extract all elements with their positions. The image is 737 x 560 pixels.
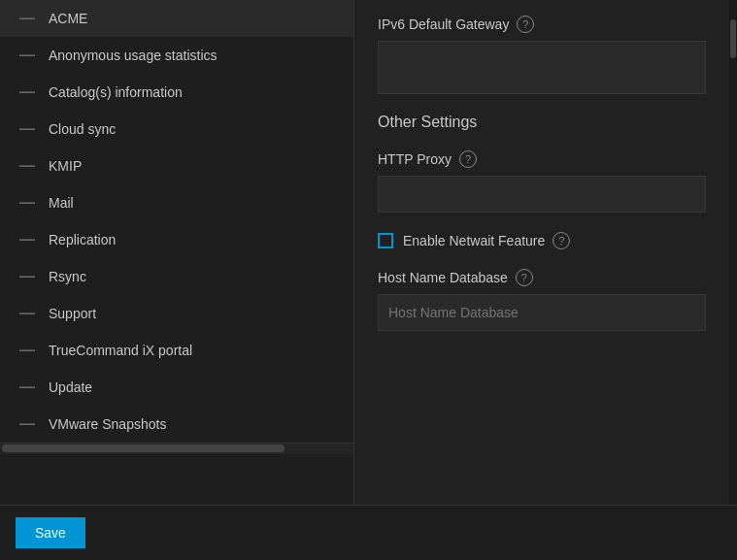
footer: Save [0, 505, 737, 560]
dash-icon: — [19, 83, 35, 101]
netwait-checkbox[interactable] [378, 233, 393, 248]
dash-icon: — [19, 120, 35, 138]
sidebar-item-support[interactable]: — Support [0, 295, 353, 332]
sidebar-item-label: VMware Snapshots [49, 416, 166, 432]
hostname-db-label: Host Name Database ? [378, 269, 706, 286]
sidebar: — ACME — Anonymous usage statistics — Ca… [0, 0, 354, 505]
sidebar-item-truecommand[interactable]: — TrueCommand iX portal [0, 332, 353, 369]
sidebar-scrollbar-thumb[interactable] [2, 445, 285, 452]
dash-icon: — [19, 157, 35, 175]
hostname-db-help-icon[interactable]: ? [516, 269, 533, 286]
hostname-db-input[interactable] [378, 294, 706, 331]
save-button[interactable]: Save [16, 517, 85, 548]
sidebar-item-label: Support [49, 306, 96, 321]
netwait-row: Enable Netwait Feature ? [378, 232, 706, 249]
sidebar-item-kmip[interactable]: — KMIP [0, 148, 353, 184]
right-scrollbar-thumb[interactable] [730, 19, 736, 58]
http-proxy-label: HTTP Proxy ? [378, 150, 706, 168]
netwait-group: Enable Netwait Feature ? [378, 232, 706, 249]
sidebar-item-label: Mail [49, 195, 74, 211]
sidebar-item-mail[interactable]: — Mail [0, 184, 353, 221]
dash-icon: — [19, 415, 35, 433]
dash-icon: — [19, 47, 35, 64]
content-area: IPv6 Default Gateway ? Other Settings HT… [354, 0, 729, 505]
sidebar-item-acme[interactable]: — ACME [0, 0, 353, 37]
sidebar-item-replication[interactable]: — Replication [0, 221, 353, 258]
dash-icon: — [19, 194, 35, 212]
hostname-db-group: Host Name Database ? [378, 269, 706, 331]
ipv6-gateway-input-area [378, 41, 706, 94]
sidebar-item-catalogs[interactable]: — Catalog(s) information [0, 74, 353, 111]
http-proxy-group: HTTP Proxy ? [378, 150, 706, 213]
dash-icon: — [19, 10, 35, 27]
dash-icon: — [19, 342, 35, 359]
other-settings-section: Other Settings [378, 114, 706, 131]
other-settings-title: Other Settings [378, 114, 706, 131]
dash-icon: — [19, 231, 35, 248]
netwait-label: Enable Netwait Feature ? [403, 232, 570, 249]
sidebar-item-vmware-snapshots[interactable]: — VMware Snapshots [0, 406, 353, 443]
sidebar-item-update[interactable]: — Update [0, 369, 353, 406]
sidebar-item-label: Update [49, 379, 92, 395]
sidebar-item-label: Replication [49, 232, 116, 247]
sidebar-item-anonymous-usage[interactable]: — Anonymous usage statistics [0, 37, 353, 74]
dash-icon: — [19, 305, 35, 322]
http-proxy-help-icon[interactable]: ? [459, 150, 477, 168]
sidebar-item-label: Anonymous usage statistics [49, 48, 218, 63]
http-proxy-input[interactable] [378, 176, 706, 213]
ipv6-gateway-label: IPv6 Default Gateway ? [378, 16, 706, 33]
sidebar-item-rsync[interactable]: — Rsync [0, 258, 353, 295]
ipv6-gateway-help-icon[interactable]: ? [517, 16, 534, 33]
dash-icon: — [19, 379, 35, 396]
sidebar-item-label: KMIP [49, 158, 82, 174]
sidebar-scrollbar[interactable] [0, 443, 353, 454]
dash-icon: — [19, 268, 35, 285]
sidebar-item-cloud-sync[interactable]: — Cloud sync [0, 111, 353, 148]
netwait-help-icon[interactable]: ? [553, 232, 570, 249]
sidebar-item-label: Cloud sync [49, 121, 116, 137]
sidebar-item-label: Rsync [49, 269, 86, 284]
sidebar-item-label: Catalog(s) information [49, 84, 183, 100]
sidebar-item-label: ACME [49, 11, 87, 26]
sidebar-item-label: TrueCommand iX portal [49, 343, 192, 358]
ipv6-gateway-group: IPv6 Default Gateway ? [378, 16, 706, 94]
right-scrollbar[interactable] [729, 0, 737, 505]
